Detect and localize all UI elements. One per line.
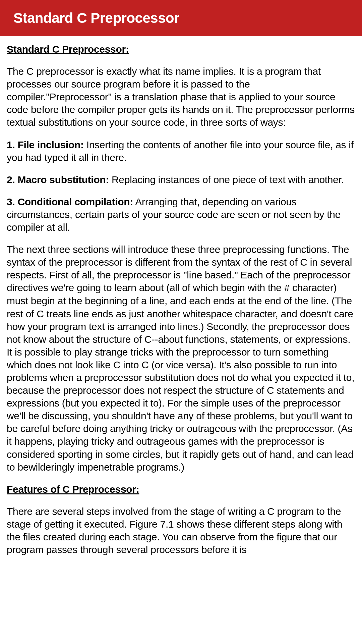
list-item-2: 2. Macro substitution: Replacing instanc… (7, 173, 355, 186)
list-item-1-label: 1. File inclusion: (7, 139, 84, 150)
explanation-text-b: character) must begin at the beginning o… (7, 282, 354, 472)
list-item-3-label: 3. Conditional compilation: (7, 196, 133, 207)
main-content: Standard C Preprocessor: The C preproces… (0, 36, 362, 556)
list-item-2-label: 2. Macro substitution: (7, 174, 109, 185)
intro-paragraph: The C preprocessor is exactly what its n… (7, 65, 355, 129)
list-item-2-text: Replacing instances of one piece of text… (109, 174, 344, 185)
section-heading-features: Features of C Preprocessor: (7, 483, 355, 496)
hash-char: # (284, 283, 290, 294)
explanation-paragraph: The next three sections will introduce t… (7, 243, 355, 474)
page-header: Standard C Preprocessor (0, 0, 362, 36)
page-title: Standard C Preprocessor (13, 10, 179, 26)
section-heading-preprocessor: Standard C Preprocessor: (7, 43, 355, 56)
list-item-3: 3. Conditional compilation: Arranging th… (7, 196, 355, 234)
features-paragraph: There are several steps involved from th… (7, 505, 355, 556)
list-item-1: 1. File inclusion: Inserting the content… (7, 139, 355, 164)
